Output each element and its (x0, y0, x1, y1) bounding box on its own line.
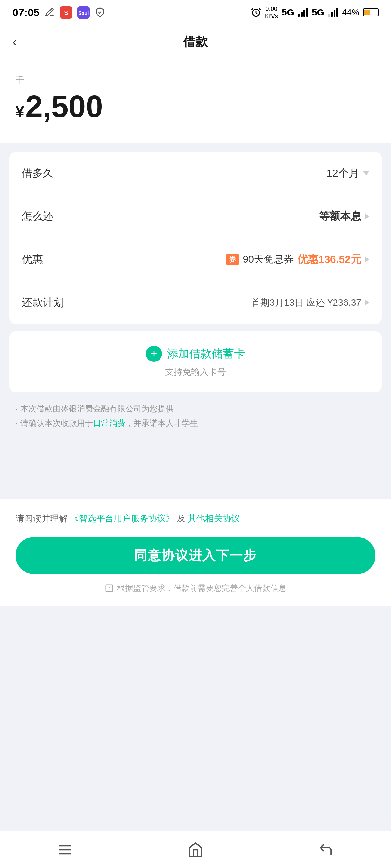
add-card-title: 添加借款储蓄卡 (167, 346, 245, 362)
bottom-area: 请阅读并理解 《智选平台用户服务协议》 及 其他相关协议 同意协议进入下一步 根… (0, 499, 391, 607)
discount-label: 优惠 (22, 252, 43, 267)
discount-value: 券 90天免息券 优惠136.52元 (226, 252, 369, 267)
repay-method-label: 怎么还 (22, 209, 53, 223)
cta-note: 根据监管要求，借款前需要您完善个人借款信息 (16, 583, 375, 606)
status-left: 07:05 S Soul (12, 6, 105, 19)
repay-plan-label: 还款计划 (22, 296, 64, 310)
notice-section: 本次借款由盛银消费金融有限公司为您提供 请确认本次收款用于日常消费，并承诺本人非… (0, 392, 391, 437)
dropdown-arrow (363, 171, 369, 176)
cta-button[interactable]: 同意协议进入下一步 (16, 537, 375, 574)
svg-text:S: S (64, 9, 68, 16)
repay-method-row[interactable]: 怎么还 等额本息 (9, 195, 382, 238)
plus-icon: + (146, 346, 162, 362)
amount-underline (16, 130, 375, 130)
repay-plan-row[interactable]: 还款计划 首期3月13日 应还 ¥236.37 (9, 281, 382, 324)
edit-icon (45, 7, 55, 18)
back-button[interactable]: ‹ (12, 34, 17, 49)
repay-plan-value: 首期3月13日 应还 ¥236.37 (251, 297, 369, 309)
loan-amount: 2,500 (25, 89, 103, 123)
time: 07:05 (12, 6, 39, 19)
loan-info-card: 借多久 12个月 怎么还 等额本息 优惠 券 90天免息券 优惠136.52元 … (9, 152, 382, 324)
agreement-link1[interactable]: 《智选平台用户服务协议》 (70, 514, 174, 523)
currency-symbol: ¥ (16, 103, 24, 121)
notice-link[interactable]: 日常消费 (93, 418, 125, 428)
notice-item-1: 本次借款由盛银消费金融有限公司为您提供 (16, 401, 375, 416)
repay-method-value: 等额本息 (319, 209, 369, 223)
right-arrow3 (365, 300, 369, 306)
amount-unit-label: 千 (16, 74, 375, 86)
status-bar: 07:05 S Soul 0.00 KB/s 5G 5G (0, 0, 391, 25)
content-spacer (0, 437, 391, 499)
network-type: 5G (282, 7, 294, 18)
agreement-link2[interactable]: 其他相关协议 (188, 514, 240, 523)
signal-bars (298, 8, 308, 17)
battery-fill (364, 10, 370, 15)
nav-menu[interactable] (53, 837, 78, 862)
network-data: 0.00 KB/s (265, 5, 278, 20)
signal-bars2 (328, 8, 338, 17)
coupon-detail: 90天免息券 (243, 253, 294, 266)
battery-percent: 44% (342, 7, 359, 18)
status-right: 0.00 KB/s 5G 5G 44% (251, 5, 379, 20)
battery-bar (363, 8, 379, 17)
loan-duration-label: 借多久 (22, 166, 53, 180)
network-type2: 5G (312, 7, 324, 18)
nav-home[interactable] (183, 837, 208, 862)
loan-duration-value: 12个月 (327, 166, 369, 180)
page-header: ‹ 借款 (0, 25, 391, 59)
nav-back[interactable] (313, 837, 338, 862)
amount-section: 千 ¥ 2,500 (0, 59, 391, 143)
info-shield-icon (105, 584, 114, 593)
soul-icon: Soul (77, 6, 90, 19)
add-card-subtitle: 支持免输入卡号 (165, 366, 226, 378)
bottom-nav (0, 831, 391, 868)
right-arrow (365, 213, 369, 219)
right-arrow2 (365, 256, 369, 262)
app-icon1: S (60, 6, 72, 19)
add-card-top: + 添加借款储蓄卡 (146, 346, 245, 362)
svg-text:Soul: Soul (78, 10, 89, 16)
loan-duration-row[interactable]: 借多久 12个月 (9, 152, 382, 195)
discount-amount: 优惠136.52元 (297, 252, 361, 267)
amount-display: ¥ 2,500 (16, 89, 375, 123)
add-card-section[interactable]: + 添加借款储蓄卡 支持免输入卡号 (9, 331, 382, 392)
notice-item-2: 请确认本次收款用于日常消费，并承诺本人非学生 (16, 416, 375, 431)
agreement-text: 请阅读并理解 《智选平台用户服务协议》 及 其他相关协议 (16, 511, 375, 526)
repay-plan-detail: 首期3月13日 应还 ¥236.37 (251, 297, 361, 309)
alarm-icon (251, 7, 261, 18)
discount-row[interactable]: 优惠 券 90天免息券 优惠136.52元 (9, 238, 382, 281)
shield-icon (95, 7, 105, 18)
page-title: 借款 (183, 33, 208, 50)
coupon-badge: 券 (226, 254, 239, 266)
